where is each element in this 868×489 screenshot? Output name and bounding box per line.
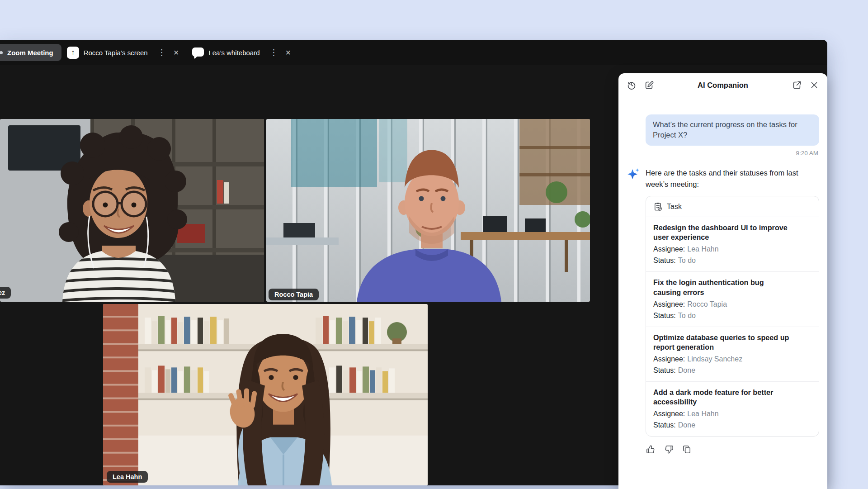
task-card-header: Task [646, 196, 819, 217]
task-assignee: Assignee:Lindsay Sanchez [653, 355, 811, 363]
user-message-bubble: What’s the current progress on the tasks… [646, 114, 819, 146]
task-title: Optimize database queries to speed up re… [653, 333, 793, 352]
user-message-row: What’s the current progress on the tasks… [627, 114, 819, 146]
pop-out-icon[interactable] [792, 80, 802, 90]
task-item: Fix the login authentication bug causing… [646, 272, 819, 327]
task-status: Status:To do [653, 256, 811, 265]
task-assignee: Assignee:Rocco Tapia [653, 300, 811, 309]
thumbs-up-icon[interactable] [646, 444, 656, 455]
ai-response-text: Here are the tasks and their statuses fr… [646, 167, 809, 190]
tab-label: Rocco Tapia’s screen [84, 49, 148, 57]
task-assignee: Assignee:Lea Hahn [653, 410, 811, 418]
participant-video-rocco[interactable]: Rocco Tapia [266, 119, 590, 302]
task-item: Optimize database queries to speed up re… [646, 327, 819, 382]
tab-rocco-close-icon[interactable]: × [174, 48, 179, 57]
share-screen-icon: ↑ [67, 47, 79, 59]
participant-video-lea[interactable]: Lea Hahn [103, 304, 428, 485]
task-title: Fix the login authentication bug causing… [653, 278, 793, 297]
rocco-video-illustration [266, 119, 590, 302]
task-item: Add a dark mode feature for better acces… [646, 382, 819, 436]
participant-video-lindsay[interactable]: ez [0, 119, 264, 302]
close-icon[interactable] [809, 80, 819, 90]
lindsay-video-illustration [0, 119, 264, 302]
task-title: Add a dark mode feature for better acces… [653, 388, 793, 407]
ai-response-row: Here are the tasks and their statuses fr… [627, 167, 819, 190]
meeting-dot-icon [0, 51, 3, 54]
tab-rocco-screen[interactable]: ↑ Rocco Tapia’s screen [67, 47, 148, 59]
tab-zoom-meeting[interactable]: Zoom Meeting [0, 44, 61, 61]
task-item: Redesign the dashboard UI to improve use… [646, 217, 819, 272]
message-timestamp: 9:20 AM [627, 150, 818, 157]
whiteboard-icon [192, 47, 204, 57]
ai-companion-panel: AI Companion What’s the current progress [618, 73, 827, 489]
response-feedback-bar [646, 444, 819, 455]
thumbs-down-icon[interactable] [664, 444, 674, 455]
tab-whiteboard-overflow-icon[interactable]: ⋮ [270, 48, 278, 57]
meeting-tab-bar: Zoom Meeting ↑ Rocco Tapia’s screen ⋮ × … [0, 40, 827, 65]
participant-name-label: Lea Hahn [107, 471, 148, 483]
participant-name-label: Rocco Tapia [269, 289, 319, 301]
tab-label: Lea’s whiteboard [208, 49, 259, 57]
task-title: Redesign the dashboard UI to improve use… [653, 223, 793, 242]
tab-label: Zoom Meeting [7, 49, 53, 57]
task-assignee: Assignee:Lea Hahn [653, 245, 811, 253]
task-status: Status:Done [653, 421, 811, 429]
task-card-title: Task [667, 203, 682, 211]
task-status: Status:Done [653, 366, 811, 375]
tab-rocco-overflow-icon[interactable]: ⋮ [158, 48, 166, 57]
history-icon[interactable] [627, 80, 637, 90]
ai-panel-body: What’s the current progress on the tasks… [618, 97, 827, 455]
lea-video-illustration [103, 304, 428, 485]
task-clipboard-icon [653, 202, 663, 211]
new-chat-icon[interactable] [644, 80, 654, 90]
participant-name-label: ez [0, 287, 11, 299]
task-status: Status:To do [653, 312, 811, 320]
copy-icon[interactable] [682, 444, 692, 455]
tab-lea-whiteboard[interactable]: Lea’s whiteboard [192, 46, 259, 59]
ai-companion-sparkle-icon [627, 168, 640, 180]
tab-whiteboard-close-icon[interactable]: × [286, 48, 291, 57]
ai-panel-header: AI Companion [618, 73, 827, 97]
task-card: Task Redesign the dashboard UI to improv… [646, 196, 819, 437]
